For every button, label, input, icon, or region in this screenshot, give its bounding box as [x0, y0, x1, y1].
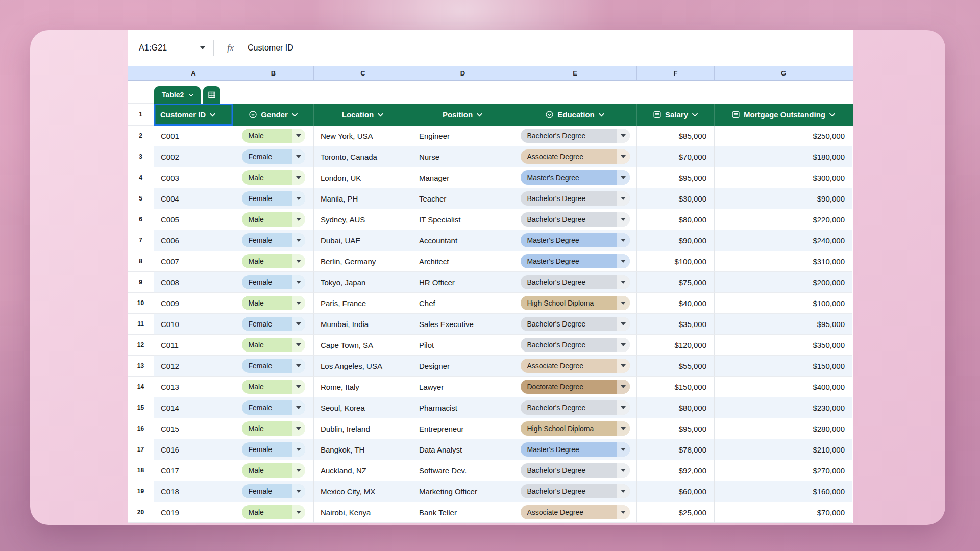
- name-box[interactable]: A1:G21: [128, 30, 213, 66]
- chip-dropdown-arrow[interactable]: [617, 129, 630, 143]
- chip-dropdown-arrow[interactable]: [617, 212, 630, 227]
- dropdown-chip[interactable]: Doctorate Degree: [521, 380, 630, 394]
- cell-education[interactable]: Associate Degree: [513, 356, 637, 377]
- cell-gender[interactable]: Female: [233, 481, 314, 502]
- cell-gender[interactable]: Female: [233, 356, 314, 377]
- cell-gender[interactable]: Male: [233, 377, 314, 397]
- header-cell-6[interactable]: Mortgage Outstanding: [715, 104, 852, 126]
- dropdown-chip[interactable]: Bachelor's Degree: [521, 338, 630, 352]
- cell-salary[interactable]: $85,000: [637, 126, 715, 146]
- filter-chevron-icon[interactable]: [291, 113, 298, 117]
- chip-dropdown-arrow[interactable]: [617, 338, 630, 352]
- cell-position[interactable]: Designer: [412, 356, 513, 377]
- chip-dropdown-arrow[interactable]: [617, 170, 630, 185]
- cell-position[interactable]: Pilot: [412, 335, 513, 356]
- column-letter-D[interactable]: D: [412, 66, 513, 80]
- name-box-dropdown-icon[interactable]: [200, 46, 205, 49]
- cell-customer-id[interactable]: C012: [154, 356, 233, 377]
- dropdown-chip[interactable]: Female: [242, 149, 305, 164]
- row-number-8[interactable]: 8: [128, 251, 154, 272]
- cell-salary[interactable]: $150,000: [637, 377, 715, 397]
- cell-gender[interactable]: Female: [233, 146, 314, 167]
- cell-mortgage[interactable]: $250,000: [715, 126, 852, 146]
- table-name-tab[interactable]: Table2: [154, 86, 201, 104]
- row-number-9[interactable]: 9: [128, 272, 154, 293]
- dropdown-chip[interactable]: High School Diploma: [521, 296, 630, 310]
- cell-location[interactable]: Los Angeles, USA: [314, 356, 412, 377]
- dropdown-chip[interactable]: Master's Degree: [521, 170, 630, 185]
- cell-position[interactable]: Engineer: [412, 126, 513, 146]
- row-number-5[interactable]: 5: [128, 188, 154, 209]
- header-cell-1[interactable]: Gender: [233, 104, 314, 126]
- cell-position[interactable]: Marketing Officer: [412, 481, 513, 502]
- filter-chevron-icon[interactable]: [476, 113, 483, 117]
- cell-salary[interactable]: $35,000: [637, 314, 715, 335]
- row-number-2[interactable]: 2: [128, 126, 154, 146]
- cell-customer-id[interactable]: C007: [154, 251, 233, 272]
- cell-mortgage[interactable]: $150,000: [715, 356, 852, 377]
- cell-customer-id[interactable]: C008: [154, 272, 233, 293]
- column-letter-G[interactable]: G: [715, 66, 852, 80]
- cell-education[interactable]: High School Diploma: [513, 293, 637, 314]
- cell-customer-id[interactable]: C019: [154, 502, 233, 523]
- cell-mortgage[interactable]: $95,000: [715, 314, 852, 335]
- cell-position[interactable]: Sales Executive: [412, 314, 513, 335]
- cell-customer-id[interactable]: C016: [154, 439, 233, 460]
- dropdown-chip[interactable]: Bachelor's Degree: [521, 212, 630, 227]
- cell-mortgage[interactable]: $230,000: [715, 397, 852, 418]
- cell-gender[interactable]: Male: [233, 460, 314, 481]
- dropdown-chip[interactable]: Associate Degree: [521, 359, 630, 373]
- row-number-4[interactable]: 4: [128, 167, 154, 188]
- chip-dropdown-arrow[interactable]: [292, 170, 305, 185]
- cell-customer-id[interactable]: C005: [154, 209, 233, 230]
- row-number-19[interactable]: 19: [128, 481, 154, 502]
- cell-mortgage[interactable]: $70,000: [715, 502, 852, 523]
- dropdown-chip[interactable]: Associate Degree: [521, 505, 630, 519]
- chip-dropdown-arrow[interactable]: [292, 359, 305, 373]
- cell-customer-id[interactable]: C017: [154, 460, 233, 481]
- chip-dropdown-arrow[interactable]: [617, 149, 630, 164]
- cell-education[interactable]: Master's Degree: [513, 230, 637, 251]
- header-cell-2[interactable]: Location: [314, 104, 412, 126]
- cell-customer-id[interactable]: C011: [154, 335, 233, 356]
- cell-position[interactable]: Accountant: [412, 230, 513, 251]
- cell-education[interactable]: Bachelor's Degree: [513, 209, 637, 230]
- cell-position[interactable]: Pharmacist: [412, 397, 513, 418]
- chip-dropdown-arrow[interactable]: [292, 275, 305, 289]
- cell-gender[interactable]: Male: [233, 126, 314, 146]
- dropdown-chip[interactable]: Male: [242, 296, 305, 310]
- cell-gender[interactable]: Male: [233, 167, 314, 188]
- cell-education[interactable]: Bachelor's Degree: [513, 460, 637, 481]
- row-number-7[interactable]: 7: [128, 230, 154, 251]
- chip-dropdown-arrow[interactable]: [292, 338, 305, 352]
- cell-location[interactable]: Cape Town, SA: [314, 335, 412, 356]
- chip-dropdown-arrow[interactable]: [292, 191, 305, 206]
- chip-dropdown-arrow[interactable]: [617, 400, 630, 415]
- chip-dropdown-arrow[interactable]: [617, 191, 630, 206]
- cell-education[interactable]: Master's Degree: [513, 251, 637, 272]
- chip-dropdown-arrow[interactable]: [292, 296, 305, 310]
- filter-chevron-icon[interactable]: [692, 113, 698, 117]
- cell-salary[interactable]: $75,000: [637, 272, 715, 293]
- row-number-3[interactable]: 3: [128, 146, 154, 167]
- cell-location[interactable]: Rome, Italy: [314, 377, 412, 397]
- dropdown-chip[interactable]: High School Diploma: [521, 421, 630, 436]
- chip-dropdown-arrow[interactable]: [292, 442, 305, 457]
- cell-customer-id[interactable]: C014: [154, 397, 233, 418]
- cell-position[interactable]: Teacher: [412, 188, 513, 209]
- chip-dropdown-arrow[interactable]: [292, 505, 305, 519]
- cell-location[interactable]: Seoul, Korea: [314, 397, 412, 418]
- row-number-6[interactable]: 6: [128, 209, 154, 230]
- dropdown-chip[interactable]: Bachelor's Degree: [521, 275, 630, 289]
- cell-location[interactable]: Mexico City, MX: [314, 481, 412, 502]
- chip-dropdown-arrow[interactable]: [292, 421, 305, 436]
- dropdown-chip[interactable]: Female: [242, 484, 305, 498]
- cell-gender[interactable]: Female: [233, 397, 314, 418]
- chip-dropdown-arrow[interactable]: [292, 380, 305, 394]
- cell-mortgage[interactable]: $300,000: [715, 167, 852, 188]
- cell-gender[interactable]: Male: [233, 251, 314, 272]
- cell-position[interactable]: Architect: [412, 251, 513, 272]
- dropdown-chip[interactable]: Bachelor's Degree: [521, 317, 630, 331]
- cell-education[interactable]: Bachelor's Degree: [513, 126, 637, 146]
- cell-education[interactable]: Master's Degree: [513, 167, 637, 188]
